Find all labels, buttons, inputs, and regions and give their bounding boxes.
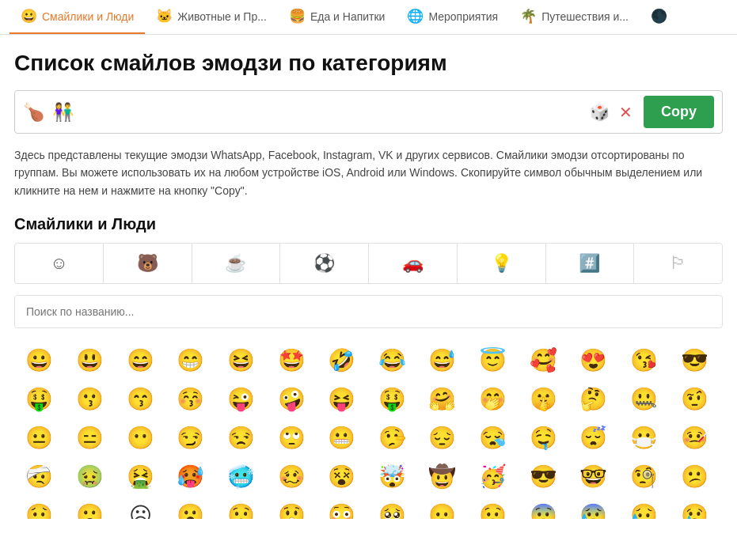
emoji-cell[interactable]: 😃 [65,341,116,380]
emoji-cell[interactable]: 😴 [568,418,619,457]
emoji-cell[interactable]: 😐 [14,418,65,457]
dice-icon[interactable]: 🎲 [590,103,610,122]
emoji-cell[interactable]: 🤓 [568,457,619,496]
emoji-cell[interactable]: 😇 [468,341,519,380]
page-title: Список смайлов эмодзи по категориям [14,51,723,76]
emoji-cell[interactable]: 🤪 [266,380,317,418]
emoji-cell[interactable]: 🤠 [417,457,468,496]
emoji-cell[interactable]: 🥳 [468,457,519,496]
emoji-cell[interactable]: 😝 [317,380,367,418]
emoji-cell[interactable]: 🤑 [14,380,65,418]
emoji-cell[interactable]: 😢 [669,496,720,519]
emoji-cell[interactable]: 😬 [317,418,367,457]
emoji-cell[interactable]: 😀 [14,341,65,380]
emoji-cell[interactable]: 😕 [669,457,720,496]
emoji-cell[interactable]: 🤐 [619,380,670,418]
emoji-cell[interactable]: 🧐 [619,457,670,496]
emoji-cell[interactable]: 🥺 [367,496,417,519]
emoji-cell[interactable]: ☹ [115,496,165,519]
nav-tab-icon-food: 🍔 [289,8,306,25]
emoji-cell[interactable]: 🤮 [115,457,165,496]
emoji-cell[interactable]: 😂 [367,341,417,380]
emoji-cell[interactable]: 😑 [65,418,116,457]
emoji-cell[interactable]: 😎 [518,457,568,496]
emoji-cell[interactable]: 🤑 [367,380,417,418]
emoji-cell[interactable]: 😳 [317,496,367,519]
emoji-cell[interactable]: 😪 [468,418,519,457]
nav-tab-animals[interactable]: 🐱Животные и Пр... [145,0,278,34]
emoji-cell[interactable]: 😧 [468,496,519,519]
emoji-cell[interactable]: 😲 [266,496,317,519]
emoji-cell[interactable]: 😟 [14,496,65,519]
emoji-cell[interactable]: 🤨 [669,380,720,418]
emoji-cell[interactable]: 🥴 [266,457,317,496]
emoji-cell[interactable]: 😘 [619,341,670,380]
nav-tab-events[interactable]: 🌐Мероприятия [396,0,509,34]
emoji-cell[interactable]: 😒 [216,418,267,457]
emoji-cell[interactable]: 🥶 [216,457,267,496]
copy-button[interactable]: Copy [644,96,714,128]
emoji-cell[interactable]: 😥 [619,496,670,519]
category-icon-0[interactable]: ☺ [15,244,104,283]
nav-tab-more[interactable]: 🌑 [640,0,678,34]
emoji-cell[interactable]: 🤥 [367,418,417,457]
emoji-cell[interactable]: 😆 [216,341,267,380]
emoji-cell[interactable]: 🤫 [518,380,568,418]
emoji-cell[interactable]: 🤤 [518,418,568,457]
emoji-cell[interactable]: 🙄 [266,418,317,457]
search-input[interactable] [15,296,722,327]
emoji-cell[interactable]: 😯 [216,496,267,519]
emoji-input[interactable] [23,102,590,123]
category-icon-2[interactable]: ☕ [192,244,281,283]
emoji-cell[interactable]: 🤒 [669,418,720,457]
emoji-cell[interactable]: 😜 [216,380,267,418]
emoji-cell[interactable]: 🥵 [165,457,216,496]
emoji-cell[interactable]: 😅 [417,341,468,380]
emoji-cell[interactable]: 😶 [115,418,165,457]
category-icon-7[interactable]: 🏳 [634,244,722,283]
emoji-cell[interactable]: 🤢 [65,457,116,496]
emoji-grid: 😀😃😄😁😆🤩🤣😂😅😇🥰😍😘😎🤑😗😙😚😜🤪😝🤑🤗🤭🤫🤔🤐🤨😐😑😶😏😒🙄😬🤥😔😪🤤😴… [14,341,723,519]
nav-tab-food[interactable]: 🍔Еда и Напитки [278,0,397,34]
emoji-cell[interactable]: 😔 [417,418,468,457]
emoji-cell[interactable]: 🙁 [65,496,116,519]
clear-button[interactable]: ✕ [614,101,637,123]
emoji-cell[interactable]: 😁 [165,341,216,380]
emoji-cell[interactable]: 🥰 [518,341,568,380]
nav-tab-icon-animals: 🐱 [156,8,173,25]
emoji-grid-wrapper: 😀😃😄😁😆🤩🤣😂😅😇🥰😍😘😎🤑😗😙😚😜🤪😝🤑🤗🤭🤫🤔🤐🤨😐😑😶😏😒🙄😬🤥😔😪🤤😴… [14,341,723,519]
emoji-cell[interactable]: 😷 [619,418,670,457]
emoji-cell[interactable]: 😗 [65,380,116,418]
category-icon-6[interactable]: #️⃣ [546,244,635,283]
nav-tabs: 😀Смайлики и Люди🐱Животные и Пр...🍔Еда и … [0,0,737,35]
emoji-cell[interactable]: 😄 [115,341,165,380]
emoji-cell[interactable]: 🤕 [14,457,65,496]
category-icon-3[interactable]: ⚽ [280,244,369,283]
emoji-cell[interactable]: 🤩 [266,341,317,380]
category-icon-5[interactable]: 💡 [458,244,546,283]
emoji-cell[interactable]: 😎 [669,341,720,380]
emoji-cell[interactable]: 🤗 [417,380,468,418]
nav-tab-label-food: Еда и Напитки [310,10,386,23]
emoji-cell[interactable]: 😰 [568,496,619,519]
emoji-cell[interactable]: 🤭 [468,380,519,418]
emoji-cell[interactable]: 😍 [568,341,619,380]
search-area [14,295,723,328]
nav-tab-travel[interactable]: 🌴Путешествия и... [509,0,640,34]
emoji-cell[interactable]: 😦 [417,496,468,519]
emoji-cell[interactable]: 😮 [165,496,216,519]
emoji-cell[interactable]: 😚 [165,380,216,418]
category-icon-1[interactable]: 🐻 [104,244,192,283]
copy-area: 🎲 ✕ Copy [14,90,723,134]
emoji-cell[interactable]: 🤯 [367,457,417,496]
emoji-cell[interactable]: 😵 [317,457,367,496]
emoji-cell[interactable]: 😨 [518,496,568,519]
emoji-cell[interactable]: 🤔 [568,380,619,418]
nav-tab-label-animals: Животные и Пр... [177,10,267,23]
category-icon-4[interactable]: 🚗 [369,244,458,283]
emoji-cell[interactable]: 😙 [115,380,165,418]
nav-tab-smileys[interactable]: 😀Смайлики и Люди [9,0,145,34]
emoji-cell[interactable]: 🤣 [317,341,367,380]
nav-tab-label-events: Мероприятия [428,10,498,23]
emoji-cell[interactable]: 😏 [165,418,216,457]
